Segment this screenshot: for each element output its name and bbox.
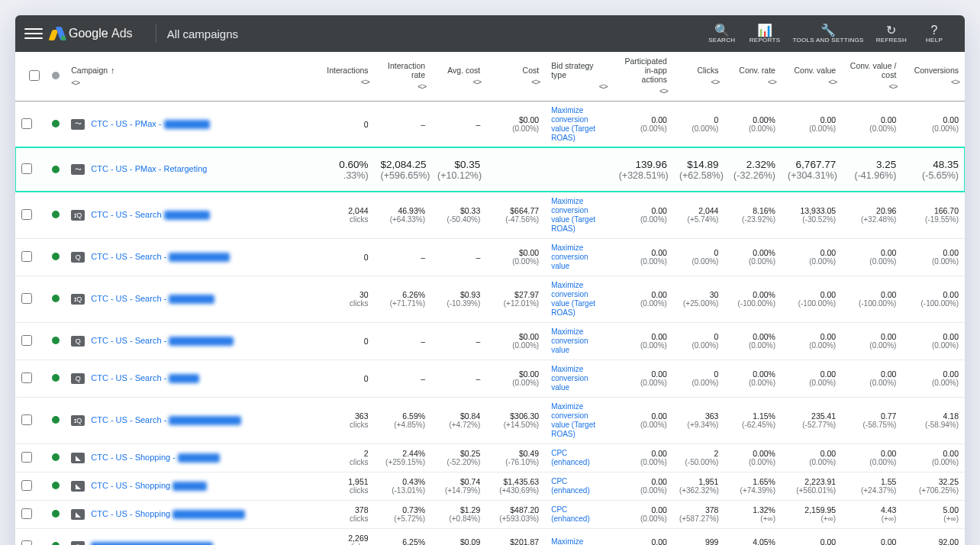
redacted-text (169, 374, 199, 383)
row-checkbox[interactable] (21, 540, 32, 546)
status-enabled-icon (52, 416, 60, 424)
column-interactions[interactable]: Interactions< > (314, 52, 374, 101)
redacted-text (169, 295, 214, 304)
chevron-icon: < > (361, 77, 369, 86)
chevron-icon: < > (951, 77, 959, 86)
column-campaign[interactable]: Campaign↑< > (65, 52, 314, 101)
campaign-link[interactable]: CTC - US - Shopping - (91, 453, 220, 463)
column-avg_cost[interactable]: Avg. cost< > (431, 52, 486, 101)
table-row[interactable]: QCTC - US - Search - 0––$0.00(0.00%)Maxi… (15, 322, 965, 360)
column-participated[interactable]: Participated in-app actions< > (613, 52, 673, 101)
bid-strategy-link[interactable]: Maximize conversions (551, 537, 607, 546)
bid-strategy-link[interactable]: Maximize conversion value (Target ROAS) (551, 106, 607, 143)
column-conv_rate[interactable]: Conv. rate< > (724, 52, 782, 101)
toolbar-search[interactable]: 🔍SEARCH (707, 24, 737, 44)
campaign-link[interactable]: CTC - US - Search - (91, 336, 234, 346)
column-label: Conversions (914, 66, 959, 75)
table-row[interactable]: ɪQCTC - US - Search - 363clicks6.59%(+4.… (15, 397, 965, 443)
row-checkbox[interactable] (21, 335, 32, 346)
table-row[interactable]: 〜CTC - US - PMax - Retargeting 0.60%.33%… (15, 147, 965, 192)
campaign-link[interactable]: CTC - US - Shopping (91, 509, 245, 519)
redacted-text (169, 253, 230, 262)
chevron-icon: < > (888, 82, 896, 91)
breadcrumb[interactable]: All campaigns (167, 27, 238, 40)
redacted-text (178, 453, 220, 463)
column-label: Participated in-app actions (619, 56, 667, 84)
menu-icon[interactable] (24, 24, 43, 43)
table-row[interactable]: ɪQCTC - US - Search 2,044clicks46.93%(+6… (15, 192, 965, 238)
row-checkbox[interactable] (21, 480, 32, 491)
bid-strategy-link[interactable]: Maximize conversion value (Target ROAS) (551, 197, 607, 234)
column-conv_value_cost[interactable]: Conv. value / cost< > (842, 52, 902, 101)
chevron-icon: < > (472, 77, 480, 86)
table-row[interactable]: 〜CTC - US - PMax - 0––$0.00(0.00%)Maximi… (15, 101, 965, 147)
bid-strategy-link[interactable]: Maximize conversion value (Target ROAS) (551, 402, 607, 439)
campaign-type-icon: 〜 (71, 164, 85, 175)
bid-strategy-link[interactable]: Maximize conversion value (Target ROAS) (551, 281, 607, 318)
tool-label: REFRESH (876, 37, 907, 44)
campaign-link[interactable]: CTC - US - Search - (91, 294, 214, 304)
campaign-link[interactable]: CTC - US - Search - (91, 252, 230, 262)
table-row[interactable]: ◣CTC - US - Shopping - 2clicks2.44%(+259… (15, 443, 965, 472)
row-checkbox[interactable] (21, 163, 32, 174)
column-status[interactable] (46, 52, 66, 101)
google-ads-logo-icon (50, 27, 64, 40)
table-row[interactable]: QCTC - US - Search - 0––$0.00(0.00%)Maxi… (15, 360, 965, 397)
row-checkbox[interactable] (21, 118, 32, 129)
status-enabled-icon (52, 453, 60, 461)
tool-label: HELP (919, 37, 949, 44)
column-label: Conv. value (795, 66, 837, 75)
tool-icon: 🔧 (792, 24, 863, 37)
column-label: Interactions (327, 66, 368, 75)
select-all-checkbox[interactable] (29, 70, 40, 81)
logo: Google Ads (50, 27, 133, 40)
campaign-type-icon: 〜 (71, 119, 85, 130)
column-bid[interactable]: Bid strategy type< > (545, 52, 613, 101)
campaign-link[interactable]: CTC - US - PMax - (91, 119, 209, 129)
table-row[interactable]: ɪQCTC - US - Search - 30clicks6.26%(+71.… (15, 276, 965, 322)
table-row[interactable]: ◣CTC - US - Shopping 1,951clicks0.43%(-1… (15, 472, 965, 500)
campaign-link[interactable]: CTC - US - PMax - Retargeting (91, 164, 207, 174)
row-checkbox[interactable] (21, 414, 32, 425)
row-checkbox[interactable] (21, 209, 32, 220)
row-checkbox[interactable] (21, 251, 32, 262)
redacted-text (169, 416, 241, 425)
column-check[interactable] (15, 52, 46, 101)
row-checkbox[interactable] (21, 508, 32, 519)
campaign-link[interactable]: CTC - US - Shopping (91, 481, 207, 491)
bid-strategy-link[interactable]: Maximize conversion value (551, 365, 607, 392)
toolbar-help[interactable]: ?HELP (919, 24, 949, 44)
column-conversions[interactable]: Conversions< > (902, 52, 965, 101)
column-clicks[interactable]: Clicks< > (673, 52, 725, 101)
campaign-link[interactable]: CTC - US - Search - (91, 415, 241, 425)
campaign-link[interactable]: CTC - US - Search - (91, 373, 199, 383)
campaign-type-icon: ɪQ (71, 210, 85, 221)
campaign-link[interactable]: CTC - US - Search (91, 210, 209, 220)
bid-strategy-link[interactable]: CPC (enhanced) (551, 505, 607, 524)
column-cost[interactable]: Cost< > (486, 52, 545, 101)
bid-strategy-link[interactable]: CPC (enhanced) (551, 477, 607, 495)
table-row[interactable]: ◉ 2,269clicks, engagements6.25%(+35.59%)… (15, 528, 965, 545)
toolbar-refresh[interactable]: ↻REFRESH (876, 24, 907, 44)
chevron-icon: < > (659, 86, 667, 95)
toolbar-reports[interactable]: 📊REPORTS (750, 24, 781, 44)
status-filter-icon[interactable] (52, 72, 60, 79)
bid-strategy-link[interactable]: CPC (enhanced) (551, 449, 607, 467)
row-checkbox[interactable] (21, 372, 32, 383)
column-label: Cost (523, 66, 540, 75)
table-row[interactable]: ◣CTC - US - Shopping 378clicks0.73%(+5.7… (15, 500, 965, 528)
bid-strategy-link[interactable]: Maximize conversion value (551, 327, 607, 355)
table-row[interactable]: QCTC - US - Search - 0––$0.00(0.00%)Maxi… (15, 238, 965, 276)
column-conv_value[interactable]: Conv. value< > (782, 52, 842, 101)
status-enabled-icon (52, 482, 60, 489)
toolbar-tools-and-settings[interactable]: 🔧TOOLS AND SETTINGS (792, 24, 863, 44)
row-checkbox[interactable] (21, 452, 32, 463)
row-checkbox[interactable] (21, 293, 32, 304)
column-label: Clicks (697, 66, 718, 75)
window: Google Ads All campaigns 🔍SEARCH📊REPORTS… (15, 15, 965, 545)
tool-label: TOOLS AND SETTINGS (792, 37, 863, 44)
campaign-type-icon: Q (71, 252, 85, 263)
campaign-link[interactable] (91, 541, 213, 545)
column-int_rate[interactable]: Interaction rate< > (375, 52, 432, 101)
bid-strategy-link[interactable]: Maximize conversion value (551, 243, 607, 271)
